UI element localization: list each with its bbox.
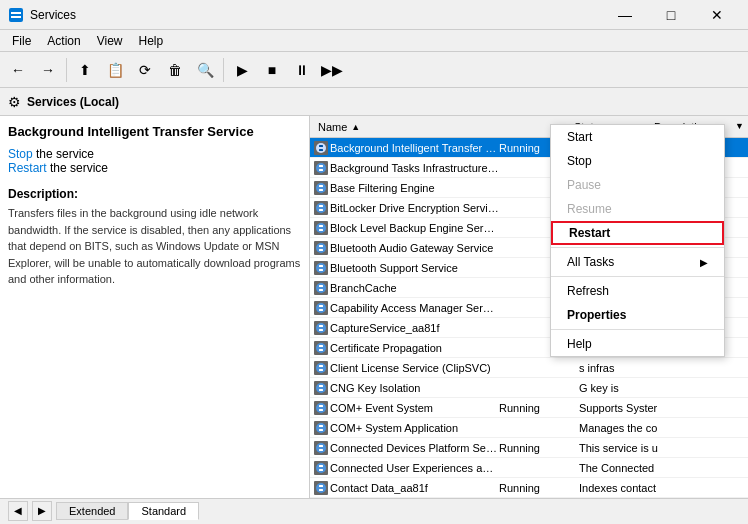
svg-rect-47 xyxy=(319,429,323,431)
svg-rect-40 xyxy=(319,385,323,387)
ctx-item-stop[interactable]: Stop xyxy=(551,149,724,173)
svg-rect-23 xyxy=(319,269,323,271)
svg-rect-53 xyxy=(319,469,323,471)
show-hide-button[interactable]: 📋 xyxy=(101,56,129,84)
service-desc: This service is u xyxy=(579,442,748,454)
stop-link[interactable]: Stop xyxy=(8,147,33,161)
service-icon xyxy=(314,281,328,295)
address-bar-text: Services (Local) xyxy=(27,95,119,109)
service-icon xyxy=(314,221,328,235)
ctx-item-help[interactable]: Help xyxy=(551,332,724,356)
svg-point-33 xyxy=(316,343,326,353)
table-row[interactable]: Connected Devices Platform ServiceRunnin… xyxy=(310,438,748,458)
svg-rect-49 xyxy=(319,445,323,447)
ctx-item-label: Properties xyxy=(567,308,626,322)
service-name: CaptureService_aa81f xyxy=(330,322,499,334)
svg-rect-25 xyxy=(319,285,323,287)
service-name: Bluetooth Audio Gateway Service xyxy=(330,242,499,254)
close-button[interactable]: ✕ xyxy=(694,0,740,30)
service-icon xyxy=(314,441,328,455)
svg-rect-0 xyxy=(9,8,23,22)
svg-rect-17 xyxy=(319,229,323,231)
export-button[interactable]: 🗑 xyxy=(161,56,189,84)
refresh-button[interactable]: ⟳ xyxy=(131,56,159,84)
service-icon xyxy=(314,141,328,155)
stop-link-after: the service xyxy=(33,147,94,161)
left-panel: Background Intelligent Transfer Service … xyxy=(0,116,310,498)
service-desc: The Connected xyxy=(579,462,748,474)
properties-button[interactable]: 🔍 xyxy=(191,56,219,84)
service-status: Running xyxy=(499,402,579,414)
svg-point-9 xyxy=(316,183,326,193)
ctx-item-all-tasks[interactable]: All Tasks▶ xyxy=(551,250,724,274)
svg-rect-4 xyxy=(319,145,323,147)
menu-help[interactable]: Help xyxy=(131,32,172,50)
ctx-item-properties[interactable]: Properties xyxy=(551,303,724,327)
svg-rect-22 xyxy=(319,265,323,267)
service-desc: s infras xyxy=(579,362,748,374)
status-tab-standard[interactable]: Standard xyxy=(128,502,199,520)
service-name: Certificate Propagation xyxy=(330,342,499,354)
col-name-header[interactable]: Name ▲ xyxy=(310,121,570,133)
ctx-item-restart[interactable]: Restart xyxy=(551,221,724,245)
menu-action[interactable]: Action xyxy=(39,32,88,50)
svg-point-3 xyxy=(316,143,326,153)
service-name: Contact Data_aa81f xyxy=(330,482,499,494)
menu-file[interactable]: File xyxy=(4,32,39,50)
svg-rect-31 xyxy=(319,325,323,327)
ctx-item-start[interactable]: Start xyxy=(551,125,724,149)
minimize-button[interactable]: — xyxy=(602,0,648,30)
up-button[interactable]: ⬆ xyxy=(71,56,99,84)
app-icon xyxy=(8,7,24,23)
svg-rect-14 xyxy=(319,209,323,211)
table-row[interactable]: Contact Data_aa81fRunningIndexes contact xyxy=(310,478,748,498)
svg-rect-29 xyxy=(319,309,323,311)
svg-point-6 xyxy=(316,163,326,173)
svg-rect-26 xyxy=(319,289,323,291)
ctx-separator xyxy=(551,276,724,277)
table-row[interactable]: CNG Key IsolationG key is xyxy=(310,378,748,398)
status-tab-extended[interactable]: Extended xyxy=(56,502,128,520)
pause-button[interactable]: ⏸ xyxy=(288,56,316,84)
svg-rect-41 xyxy=(319,389,323,391)
service-name: CNG Key Isolation xyxy=(330,382,499,394)
table-row[interactable]: Client License Service (ClipSVC)s infras xyxy=(310,358,748,378)
left-panel-desc: Transfers files in the background using … xyxy=(8,205,301,288)
svg-rect-52 xyxy=(319,465,323,467)
back-button[interactable]: ← xyxy=(4,56,32,84)
forward-button[interactable]: → xyxy=(34,56,62,84)
table-row[interactable]: Connected User Experiences and Telemetry… xyxy=(310,458,748,478)
svg-point-51 xyxy=(316,463,326,473)
sep-2 xyxy=(223,58,224,82)
service-icon xyxy=(314,161,328,175)
service-name: Background Intelligent Transfer Service xyxy=(330,142,499,154)
service-icon xyxy=(314,341,328,355)
service-name: Background Tasks Infrastructure Service xyxy=(330,162,499,174)
menu-view[interactable]: View xyxy=(89,32,131,50)
svg-rect-10 xyxy=(319,185,323,187)
svg-rect-32 xyxy=(319,329,323,331)
maximize-button[interactable]: □ xyxy=(648,0,694,30)
ctx-separator xyxy=(551,247,724,248)
svg-point-54 xyxy=(316,483,326,493)
title-bar: Services — □ ✕ xyxy=(0,0,748,30)
table-row[interactable]: COM+ System ApplicationManages the co xyxy=(310,418,748,438)
restart-link[interactable]: Restart xyxy=(8,161,47,175)
service-icon xyxy=(314,381,328,395)
table-row[interactable]: COM+ Event SystemRunningSupports Syster xyxy=(310,398,748,418)
svg-rect-16 xyxy=(319,225,323,227)
svg-rect-46 xyxy=(319,425,323,427)
play-button[interactable]: ▶ xyxy=(228,56,256,84)
status-nav-left[interactable]: ◀ xyxy=(8,501,28,521)
ctx-item-refresh[interactable]: Refresh xyxy=(551,279,724,303)
ctx-item-label: Resume xyxy=(567,202,612,216)
restart-toolbar-button[interactable]: ▶▶ xyxy=(318,56,346,84)
svg-rect-55 xyxy=(319,485,323,487)
svg-rect-8 xyxy=(319,169,323,171)
address-bar: ⚙ Services (Local) xyxy=(0,88,748,116)
status-nav-right[interactable]: ▶ xyxy=(32,501,52,521)
stop-button[interactable]: ■ xyxy=(258,56,286,84)
svg-point-39 xyxy=(316,383,326,393)
svg-rect-28 xyxy=(319,305,323,307)
svg-rect-19 xyxy=(319,245,323,247)
